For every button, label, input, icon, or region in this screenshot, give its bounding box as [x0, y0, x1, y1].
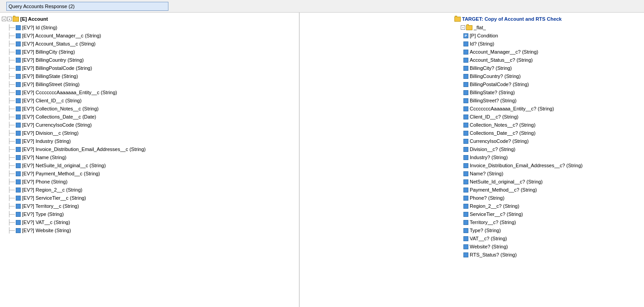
- field-label: [EV?] Account_Manager__c (String): [22, 33, 101, 38]
- field-icon-right: [463, 163, 468, 168]
- field-icon-right: [463, 171, 468, 176]
- field-label: [EV?] Collections_Date__c (Date): [22, 114, 96, 119]
- left-field-item: [EV?] BillingCity (String): [0, 48, 299, 56]
- field-icon-right: [463, 220, 468, 225]
- right-field-label: Account_Status__c? (String): [470, 57, 533, 63]
- field-icon-right: [463, 252, 468, 257]
- right-field-label: Website? (String): [470, 244, 508, 249]
- field-icon: [16, 82, 21, 87]
- field-label: [EV?] BillingCity (String): [22, 49, 75, 55]
- left-panel: - - [E] Account [EV?] Id (String) [EV?] …: [0, 13, 299, 307]
- field-label: [EV?] Website (String): [22, 228, 71, 233]
- field-icon: [16, 25, 21, 30]
- right-field-label: Region_2__c? (String): [470, 203, 519, 209]
- field-icon-right: [463, 98, 468, 103]
- field-icon: [16, 204, 21, 209]
- field-label: [EV?] Region_2__c (String): [22, 187, 82, 192]
- field-label: [EV?] BillingState (String): [22, 73, 78, 79]
- right-field-label: [P] Condition: [470, 33, 498, 38]
- left-root[interactable]: - - [E] Account: [0, 14, 299, 23]
- right-field-item: Payment_Method__c? (String): [453, 186, 644, 194]
- top-bar: [0, 0, 644, 13]
- field-label: [EV?] Name (String): [22, 155, 66, 160]
- left-field-item: [EV?] Id (String): [0, 23, 299, 32]
- field-icon-right: [463, 179, 468, 184]
- field-icon: [16, 188, 21, 192]
- field-icon-right: [463, 188, 468, 192]
- right-field-label: ServiceTier__c? (String): [470, 211, 523, 217]
- field-icon-right: [463, 115, 468, 119]
- right-field-item: Industry? (String): [453, 153, 644, 161]
- right-header: TARGET: Copy of Account and RTS Check: [453, 14, 644, 23]
- right-field-label: BillingPostalCode? (String): [470, 82, 529, 87]
- left-field-item: [EV?] CurrencyIsoCode (String): [0, 121, 299, 129]
- field-icon-right: [463, 106, 468, 111]
- field-label: [EV?] Account_Status__c (String): [22, 41, 95, 46]
- field-icon-right: [463, 228, 468, 233]
- left-field-item: [EV?] Payment_Method__c (String): [0, 170, 299, 178]
- field-icon: [16, 163, 21, 168]
- right-field-item: Region_2__c? (String): [453, 202, 644, 210]
- field-icon: [16, 74, 21, 79]
- field-icon: [16, 50, 21, 55]
- p-icon: P: [463, 33, 468, 38]
- field-icon-right: [463, 147, 468, 152]
- field-label: [EV?] Id (String): [22, 25, 57, 30]
- field-label: [EV?] BillingCountry (String): [22, 57, 84, 63]
- right-field-label: Collection_Notes__c? (String): [470, 122, 535, 128]
- field-label: [EV?] Type (String): [22, 211, 64, 217]
- field-icon-right: [463, 66, 468, 71]
- right-field-item: Name? (String): [453, 170, 644, 178]
- field-icon-right: [463, 139, 468, 144]
- right-field-label: BillingCountry? (String): [470, 73, 521, 79]
- field-icon: [16, 33, 21, 38]
- right-field-item: Account_Status__c? (String): [453, 56, 644, 64]
- field-icon-right: [463, 90, 468, 95]
- left-field-item: [EV?] BillingCountry (String): [0, 56, 299, 64]
- field-label: [EV?] Collection_Notes__c (String): [22, 106, 99, 111]
- field-icon: [16, 131, 21, 136]
- field-label: [EV?] Phone (String): [22, 179, 68, 184]
- field-icon: [16, 98, 21, 103]
- right-field-label: BillingStreet? (String): [470, 98, 517, 103]
- field-label: [EV?] ServiceTier__c (String): [22, 195, 86, 201]
- field-icon: [16, 106, 21, 111]
- field-icon-right: [463, 212, 468, 217]
- field-label: [EV?] NetSuite_Id_original__c (String): [22, 163, 106, 168]
- field-label: [EV?] VAT__c (String): [22, 220, 70, 225]
- right-field-item: CcccccccAaaaaaa_Entity__c? (String): [453, 105, 644, 113]
- field-label: [EV?] Client_ID__c (String): [22, 98, 82, 103]
- right-field-label: Invoice_Distribution_Email_Addresses__c?…: [470, 163, 583, 168]
- right-field-item: VAT__c? (String): [453, 234, 644, 243]
- left-field-item: [EV?] Type (String): [0, 210, 299, 218]
- name-input[interactable]: [6, 2, 168, 11]
- collapse-icon[interactable]: -: [7, 17, 12, 21]
- field-icon-right: [463, 58, 468, 63]
- field-icon: [16, 58, 21, 63]
- right-field-item: CurrencyIsoCode? (String): [453, 137, 644, 145]
- right-field-label: Collections_Date__c? (String): [470, 130, 535, 136]
- right-field-label: Phone? (String): [470, 195, 504, 201]
- field-icon-right: [463, 204, 468, 209]
- field-label: [EV?] CcccccccAaaaaaa_Entity__c (String): [22, 90, 117, 95]
- right-field-label: Id? (String): [470, 41, 494, 46]
- field-label: [EV?] CurrencyIsoCode (String): [22, 122, 92, 128]
- right-field-item: Account_Manager__c? (String): [453, 48, 644, 56]
- left-field-item: [EV?] BillingPostalCode (String): [0, 64, 299, 72]
- field-icon: [16, 41, 21, 46]
- left-field-item: [EV?] BillingStreet (String): [0, 80, 299, 88]
- expand-icon-right[interactable]: -: [461, 25, 465, 30]
- field-icon: [16, 139, 21, 144]
- left-field-item: [EV?] Account_Status__c (String): [0, 40, 299, 48]
- left-field-item: [EV?] Industry (String): [0, 137, 299, 145]
- expand-icon[interactable]: -: [2, 17, 6, 21]
- field-icon-right: [463, 50, 468, 55]
- right-field-label: RTS_Status? (String): [470, 252, 517, 257]
- field-icon: [16, 220, 21, 225]
- right-field-item: Division__c? (String): [453, 145, 644, 153]
- right-field-item: RTS_Status? (String): [453, 251, 644, 259]
- right-field-label: Territory__c? (String): [470, 220, 516, 225]
- left-field-item: [EV?] BillingState (String): [0, 72, 299, 80]
- field-icon: [16, 147, 21, 152]
- right-field-label: BillingState? (String): [470, 90, 515, 95]
